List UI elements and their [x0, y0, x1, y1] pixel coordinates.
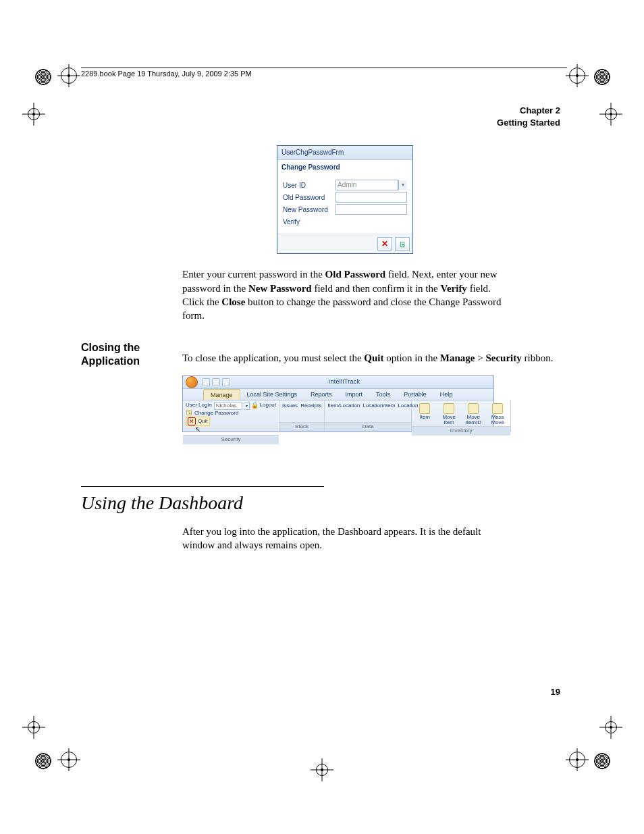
ribbon-screenshot: IntelliTrack Manage Local Site Settings …	[182, 375, 494, 432]
group-label-security: Security	[183, 435, 279, 444]
crosshair-mark	[311, 758, 333, 781]
mass-move-button[interactable]: Mass Move	[487, 403, 508, 427]
new-password-label: New Password	[283, 205, 336, 215]
old-password-label: Old Password	[283, 193, 336, 203]
tab-portable[interactable]: Portable	[397, 389, 433, 400]
registration-mark	[35, 69, 51, 85]
paragraph-closing-app: To close the application, you must selec…	[182, 351, 567, 365]
cursor-icon: ↖	[195, 425, 286, 434]
group-label-stock: Stock	[279, 422, 324, 432]
sidehead-closing-app: Closing the Application	[81, 341, 182, 368]
crosshair-mark	[57, 748, 80, 771]
tab-reports[interactable]: Reports	[304, 389, 339, 400]
dialog-titlebar: UserChgPasswdFrm	[277, 146, 412, 160]
crosshair-mark	[22, 103, 45, 126]
registration-mark	[594, 753, 610, 769]
lock-icon: 🔒	[252, 402, 259, 409]
move-itemid-button[interactable]: Move ItemID	[463, 403, 483, 427]
location-item-button[interactable]: Location/Item	[363, 403, 395, 409]
tab-manage[interactable]: Manage	[203, 389, 240, 400]
tab-help[interactable]: Help	[433, 389, 460, 400]
crosshair-mark	[57, 64, 80, 87]
user-login-dropdown[interactable]: Nicholas	[214, 402, 242, 410]
registration-mark	[35, 753, 51, 769]
crosshair-mark	[599, 716, 622, 739]
dropdown-arrow-icon[interactable]: ▾	[398, 180, 407, 190]
verify-label: Verify	[283, 217, 336, 227]
logout-button[interactable]: 🔒Logout	[252, 402, 276, 409]
dialog-heading: Change Password	[277, 160, 412, 178]
section-heading-dashboard: Using the Dashboard	[81, 486, 324, 514]
group-label-data: Data	[325, 422, 411, 432]
receipts-button[interactable]: Receipts	[300, 403, 321, 409]
old-password-input[interactable]	[336, 192, 407, 203]
crosshair-mark	[566, 64, 589, 87]
crosshair-mark	[599, 103, 622, 126]
chapter-number: Chapter 2	[81, 105, 560, 117]
move-item-button[interactable]: Move Item	[439, 403, 459, 427]
change-password-dialog: UserChgPasswdFrm Change Password User ID…	[277, 145, 413, 254]
ribbon-tabs: Manage Local Site Settings Reports Impor…	[183, 389, 493, 400]
new-password-input[interactable]	[336, 204, 407, 215]
dropdown-arrow-icon[interactable]: ▾	[244, 402, 250, 410]
userid-label: User ID	[283, 181, 336, 190]
item-button[interactable]: Item	[414, 403, 435, 421]
change-password-button[interactable]: ⚿ Change Password	[186, 410, 276, 417]
userid-dropdown[interactable]: Admin	[336, 180, 398, 190]
tab-local-site-settings[interactable]: Local Site Settings	[240, 389, 304, 400]
crosshair-mark	[566, 748, 589, 771]
app-title: IntelliTrack	[202, 377, 487, 386]
chapter-header: Chapter 2 Getting Started	[81, 105, 567, 129]
page-number: 19	[81, 687, 567, 697]
quick-access-toolbar[interactable]	[202, 378, 230, 386]
registration-mark	[594, 69, 610, 85]
user-login-label: User Login	[186, 402, 212, 409]
paragraph-old-password: Enter your current password in the Old P…	[182, 267, 513, 322]
key-icon: ⚿	[186, 410, 192, 417]
group-label-inventory: Inventory	[412, 426, 510, 436]
issues-button[interactable]: Issues	[282, 403, 298, 409]
close-button[interactable]: ✕	[377, 237, 392, 251]
chapter-title: Getting Started	[81, 117, 560, 129]
paragraph-dashboard: After you log into the application, the …	[182, 525, 513, 552]
tab-tools[interactable]: Tools	[369, 389, 397, 400]
exit-button[interactable]: ⍈	[395, 237, 410, 251]
office-orb-icon[interactable]	[186, 376, 198, 388]
header-rule	[81, 68, 567, 68]
item-location-button[interactable]: Item/Location	[327, 403, 360, 409]
crosshair-mark	[22, 716, 45, 739]
tab-import[interactable]: Import	[339, 389, 370, 400]
header-meta: 2289.book Page 19 Thursday, July 9, 2009…	[81, 70, 567, 78]
